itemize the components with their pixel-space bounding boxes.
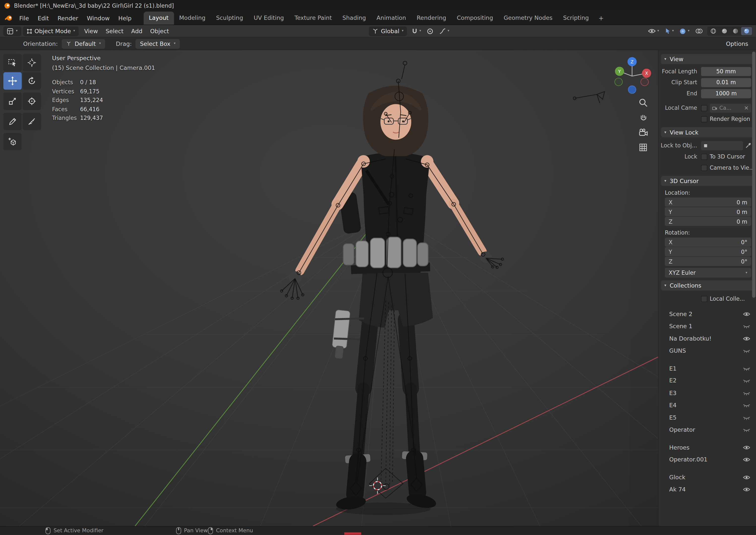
navigation-gizmo[interactable]: Z Y X (613, 54, 651, 95)
topbar-menu-edit[interactable]: Edit (33, 13, 53, 23)
local-camera-checkbox[interactable] (701, 105, 707, 111)
viewport-menu-select[interactable]: Select (102, 26, 127, 36)
eye-open-icon[interactable] (743, 487, 750, 492)
shading-rendered-icon[interactable] (741, 27, 752, 35)
cursor-rotation-x[interactable]: X0° (665, 238, 751, 247)
eye-open-icon[interactable] (743, 312, 750, 316)
eye-open-icon[interactable] (743, 445, 750, 450)
collection-operator[interactable]: Operator (669, 424, 750, 436)
collection-e5[interactable]: E5 (669, 411, 750, 424)
panel-collections-header[interactable]: ▾ Collections (661, 280, 753, 291)
workspace-tab-sculpting[interactable]: Sculpting (211, 12, 248, 25)
proportional-editing-toggle[interactable] (425, 27, 435, 36)
viewport-menu-view[interactable]: View (80, 26, 102, 36)
lock-to-3d-cursor-checkbox[interactable] (701, 154, 707, 160)
cursor-location-y[interactable]: Y0 m (665, 207, 751, 216)
rotation-mode-dropdown[interactable]: XYZ Euler ▾ (665, 268, 751, 277)
workspace-tab-layout[interactable]: Layout (143, 12, 174, 25)
options-button[interactable]: Options (723, 40, 751, 48)
workspace-tab-shading[interactable]: Shading (337, 12, 371, 25)
workspace-tab-modeling[interactable]: Modeling (174, 12, 211, 25)
shading-material-icon[interactable] (730, 27, 741, 35)
topbar-menu-window[interactable]: Window (82, 13, 114, 23)
sidebar-scrollbar[interactable] (752, 51, 755, 524)
workspace-tab-uv-editing[interactable]: UV Editing (248, 12, 289, 25)
orientation-dropdown[interactable]: Default ▾ (62, 39, 106, 48)
viewport-menu-add[interactable]: Add (127, 26, 146, 36)
gizmo-neg-x-axis[interactable] (641, 78, 649, 86)
blender-app-menu-icon[interactable] (5, 14, 13, 21)
mode-dropdown[interactable]: Object Mode ▾ (23, 26, 78, 36)
field-end[interactable]: 1000 m (701, 89, 751, 98)
show-overlays-dropdown[interactable]: ▾ (678, 27, 691, 36)
lock-to-object-field[interactable] (701, 141, 743, 150)
render-region-checkbox[interactable] (701, 116, 707, 122)
collection-ak-74[interactable]: Ak 74 (669, 484, 750, 496)
eye-closed-icon[interactable] (743, 391, 750, 395)
pan-hand-icon[interactable] (638, 112, 649, 123)
eye-closed-icon[interactable] (743, 366, 750, 371)
workspace-tab-scripting[interactable]: Scripting (558, 12, 594, 25)
camera-to-view-checkbox[interactable] (701, 164, 707, 171)
local-collections-checkbox[interactable] (701, 296, 707, 302)
topbar-menu-render[interactable]: Render (53, 13, 82, 23)
tool-scale[interactable] (4, 92, 22, 110)
visibility-dropdown[interactable]: ▾ (647, 27, 660, 35)
toggle-xray[interactable] (694, 27, 705, 35)
tool-annotate[interactable] (4, 113, 22, 130)
orthographic-grid-icon[interactable] (638, 142, 649, 153)
show-gizmo-dropdown[interactable]: ▾ (663, 27, 675, 35)
collection-e4[interactable]: E4 (669, 399, 750, 412)
local-camera-field[interactable]: Ca... × (710, 103, 751, 112)
collection-guns[interactable]: GUNS (669, 345, 750, 357)
editor-type-button[interactable]: ▾ (4, 26, 21, 36)
gizmo-neg-y-axis[interactable] (615, 78, 622, 86)
eye-closed-icon[interactable] (743, 324, 750, 329)
cursor-location-z[interactable]: Z0 m (665, 217, 751, 226)
snap-toggle[interactable]: ▾ (410, 27, 423, 36)
collection-e2[interactable]: E2 (669, 375, 750, 387)
tool-add-cube[interactable] (4, 133, 22, 150)
camera-view-icon[interactable] (638, 127, 649, 138)
field-focal-length[interactable]: 50 mm (701, 67, 751, 76)
workspace-tab-texture-paint[interactable]: Texture Paint (289, 12, 337, 25)
gizmo-z-axis[interactable]: Z (628, 57, 637, 66)
topbar-menu-help[interactable]: Help (114, 13, 136, 23)
gizmo-x-axis[interactable]: X (642, 69, 651, 78)
tool-select-box[interactable] (4, 54, 22, 71)
collection-e3[interactable]: E3 (669, 387, 750, 399)
workspace-tab-geometry-nodes[interactable]: Geometry Nodes (499, 12, 558, 25)
tool-measure[interactable] (22, 113, 41, 130)
collection-na-dorabotku[interactable]: Na Dorabotku! (669, 332, 750, 345)
panel-view-header[interactable]: ▾ View (661, 54, 753, 64)
eye-closed-icon[interactable] (743, 428, 750, 432)
gizmo-y-axis[interactable]: Y (615, 67, 624, 76)
eye-closed-icon[interactable] (743, 378, 750, 383)
eye-open-icon[interactable] (743, 475, 750, 480)
transform-orientation-dropdown[interactable]: Global ▾ (369, 26, 407, 36)
cursor-rotation-y[interactable]: Y0° (665, 247, 751, 256)
tool-rotate[interactable] (22, 72, 41, 90)
shading-wireframe-icon[interactable] (708, 27, 719, 35)
eye-open-icon[interactable] (743, 336, 750, 341)
tool-move[interactable] (4, 72, 22, 90)
collection-e1[interactable]: E1 (669, 362, 750, 375)
scrollbar-thumb[interactable] (752, 51, 755, 297)
topbar-menu-file[interactable]: File (15, 13, 33, 23)
3d-viewport[interactable]: User Perspective (15) Scene Collection |… (0, 50, 658, 526)
eye-open-icon[interactable] (743, 457, 750, 462)
add-workspace-button[interactable]: + (594, 12, 608, 25)
viewport-menu-object[interactable]: Object (146, 26, 173, 36)
proportional-falloff-dropdown[interactable]: ▾ (438, 27, 451, 35)
panel-view-lock-header[interactable]: ▾ View Lock (661, 127, 753, 137)
panel-3d-cursor-header[interactable]: ▾ 3D Cursor (661, 176, 753, 186)
collection-scene-1[interactable]: Scene 1 (669, 320, 750, 333)
eye-closed-icon[interactable] (743, 349, 750, 353)
drag-dropdown[interactable]: Select Box ▾ (136, 39, 180, 48)
shading-solid-icon[interactable] (719, 27, 730, 35)
workspace-tab-rendering[interactable]: Rendering (411, 12, 452, 25)
cursor-location-x[interactable]: X0 m (665, 197, 751, 207)
workspace-tab-animation[interactable]: Animation (371, 12, 411, 25)
gizmo-neg-z-axis[interactable] (628, 86, 636, 93)
collection-operator-001[interactable]: Operator.001 (669, 454, 750, 466)
